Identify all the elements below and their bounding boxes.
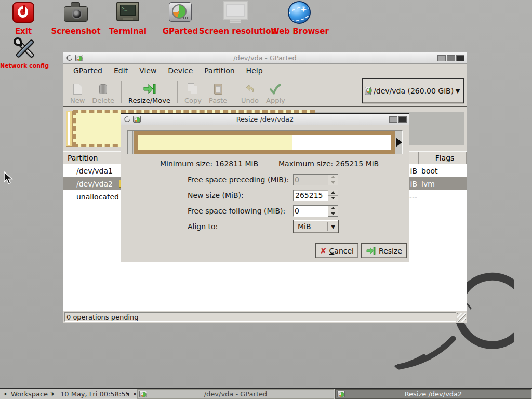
main-titlebar[interactable]: /dev/vda - GParted	[63, 52, 467, 64]
new-size-field[interactable]: 265215	[293, 190, 328, 201]
maximum-size-label: Maximum size: 265215 MiB	[278, 159, 379, 168]
free-space-preceding-label: Free space preceding (MiB):	[188, 176, 289, 184]
apply-icon	[269, 82, 282, 96]
desktop-label-network-config[interactable]: Network config	[0, 62, 56, 69]
column-header-partition[interactable]: Partition	[63, 152, 122, 164]
desktop-label-web-browser[interactable]: Web Browser	[263, 26, 336, 36]
status-text: 0 operations pending	[64, 312, 456, 322]
desktop-label-exit[interactable]: Exit	[0, 26, 47, 36]
resize-left-handle[interactable]	[128, 131, 133, 154]
delete-icon	[99, 84, 107, 94]
mouse-cursor	[3, 171, 15, 185]
main-window-title: /dev/vda - GParted	[63, 54, 467, 62]
copy-button[interactable]: Copy	[181, 79, 205, 105]
toolbar: New Delete Resize/Move Copy Paste Undo	[63, 77, 467, 107]
device-disk-icon	[365, 87, 371, 95]
resize-dialog: Resize /dev/vda2 Minimum size: 162811 Mi…	[121, 113, 409, 262]
cancel-x-icon: ✘	[320, 246, 327, 256]
menu-device[interactable]: Device	[162, 65, 198, 76]
minimize-button[interactable]	[437, 55, 446, 61]
free-space-following-label: Free space following (MiB):	[188, 207, 285, 215]
resize-move-icon	[143, 82, 156, 96]
menu-help[interactable]: Help	[241, 65, 269, 76]
column-header-flags[interactable]: Flags	[419, 152, 467, 164]
align-dropdown-arrow-icon: ▼	[328, 224, 338, 230]
window-swirl-icon	[66, 55, 73, 62]
network-config-icon[interactable]	[14, 37, 36, 60]
window-resize-grip[interactable]	[457, 313, 466, 322]
align-to-label: Align to:	[188, 222, 218, 231]
workspace-label: Workspace 1	[11, 390, 54, 398]
gparted-window-icon	[133, 116, 141, 123]
screenshot-icon[interactable]	[64, 0, 88, 22]
new-size-label: New size (MiB):	[188, 191, 244, 200]
free-space-preceding-field: 0	[293, 174, 328, 185]
copy-icon	[188, 83, 198, 95]
taskbar-task-resize-dialog[interactable]: Resize /dev/vda2	[335, 389, 531, 399]
status-bar: 0 operations pending	[63, 311, 467, 323]
gparted-icon[interactable]	[169, 2, 192, 22]
toolbar-separator	[177, 81, 178, 103]
align-to-dropdown[interactable]: MiB ▼	[293, 220, 339, 233]
minimum-size-label: Minimum size: 162811 MiB	[160, 159, 258, 168]
free-space-preceding-spinner	[328, 174, 338, 185]
tasklist-prev-arrow[interactable]: ◂	[126, 391, 129, 396]
new-partition-icon	[73, 84, 82, 95]
diskbar-vda1[interactable]	[66, 111, 73, 147]
device-selector[interactable]: /dev/vda (260.00 GiB) ▼	[362, 78, 464, 103]
undo-icon	[244, 82, 256, 96]
close-button[interactable]	[456, 55, 464, 61]
menu-gparted[interactable]: GParted	[68, 65, 108, 76]
toolbar-separator	[121, 81, 122, 103]
maximize-button[interactable]	[447, 55, 455, 61]
window-swirl-icon	[124, 116, 131, 123]
menu-partition[interactable]: Partition	[198, 65, 240, 76]
new-button[interactable]: New	[66, 79, 88, 105]
workspace-prev-arrow[interactable]: ◂	[4, 391, 6, 396]
free-space-following-field[interactable]: 0	[293, 205, 328, 217]
dialog-titlebar[interactable]: Resize /dev/vda2	[121, 114, 409, 125]
web-browser-icon[interactable]: ✦	[288, 1, 311, 24]
align-to-value: MiB	[298, 222, 311, 231]
toolbar-separator	[234, 81, 234, 103]
device-dropdown-arrow-icon: ▼	[454, 88, 461, 95]
desktop-label-screen-resolution[interactable]: Screen resolution	[199, 26, 272, 36]
tasklist-next-arrow[interactable]: ▸	[134, 391, 137, 396]
paste-icon	[214, 84, 222, 95]
dialog-close-button[interactable]	[398, 116, 407, 123]
menu-edit[interactable]: Edit	[108, 65, 134, 76]
dialog-maximize-button[interactable]	[389, 116, 397, 123]
screen-resolution-icon[interactable]	[223, 1, 248, 20]
free-space-following-spinner[interactable]	[328, 205, 338, 217]
workspace-next-arrow[interactable]: ▸	[52, 391, 55, 396]
resize-move-button[interactable]: Resize/Move	[125, 79, 174, 105]
cancel-button[interactable]: ✘ Cancel	[315, 243, 358, 258]
exit-icon[interactable]	[12, 2, 34, 23]
undo-button[interactable]: Undo	[237, 79, 262, 105]
device-selector-value: /dev/vda (260.00 GiB)	[374, 87, 454, 95]
new-size-spinner[interactable]	[328, 190, 338, 201]
paste-button[interactable]: Paste	[205, 79, 231, 105]
partition-frame	[134, 131, 395, 154]
dialog-title: Resize /dev/vda2	[121, 115, 409, 123]
used-space-bar	[138, 135, 292, 150]
apply-button[interactable]: Apply	[262, 79, 289, 105]
taskbar-task-gparted[interactable]: /dev/vda - GParted	[137, 389, 334, 399]
menu-view[interactable]: View	[134, 65, 162, 76]
taskbar-clock: 10 May, Fri 00:58:55	[60, 390, 130, 398]
resize-slider[interactable]	[127, 130, 403, 154]
resize-arrow-icon	[366, 247, 376, 255]
delete-button[interactable]: Delete	[88, 79, 118, 105]
resize-button[interactable]: Resize	[361, 243, 407, 258]
taskbar: ◂ Workspace 1 ▸ 10 May, Fri 00:58:55 ◂ ▸…	[0, 388, 532, 399]
resize-right-handle-arrow-icon[interactable]	[396, 138, 402, 147]
terminal-icon[interactable]: >_	[116, 2, 139, 21]
gparted-window-icon	[75, 55, 83, 61]
menubar: GParted Edit View Device Partition Help	[63, 64, 467, 77]
